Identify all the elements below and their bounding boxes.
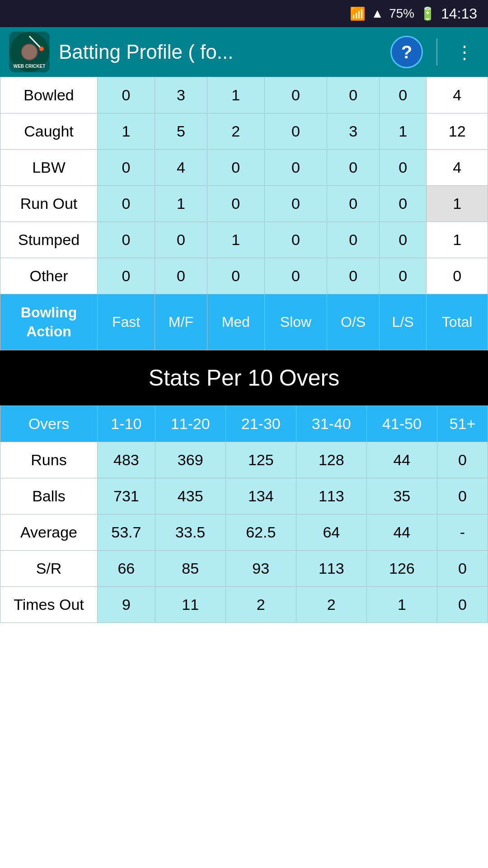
dismissal-total: 12 <box>427 113 488 150</box>
bowling-action-col-header: Med <box>207 294 264 350</box>
dismissal-cell: 0 <box>379 222 426 258</box>
dismissal-cell: 0 <box>98 222 155 258</box>
dismissal-cell: 0 <box>264 186 327 222</box>
stats-cell: 35 <box>366 478 437 514</box>
dismissal-cell: 0 <box>264 150 327 186</box>
dismissal-cell: 0 <box>264 113 327 150</box>
stats-cell: 2 <box>296 587 366 623</box>
stats-overs-header: 11-20 <box>155 406 225 442</box>
dismissal-cell: 1 <box>207 77 264 113</box>
stats-cell: 0 <box>437 551 488 587</box>
dismissal-table: Bowled0310004Caught15203112LBW0400004Run… <box>0 77 488 350</box>
stats-cell: 0 <box>437 478 488 514</box>
dismissal-cell: 3 <box>327 113 380 150</box>
stats-cell: 64 <box>296 514 366 551</box>
dismissal-row-label: LBW <box>0 150 98 186</box>
dismissal-cell: 4 <box>155 150 207 186</box>
bowling-action-col-header: L/S <box>379 294 426 350</box>
dismissal-row-label: Stumped <box>0 222 98 258</box>
dismissal-cell: 0 <box>207 150 264 186</box>
dismissal-cell: 0 <box>327 186 380 222</box>
dismissal-cell: 0 <box>379 77 426 113</box>
stats-cell: 128 <box>296 442 366 478</box>
status-icons: 📶 ▲ 75% 🔋 14:13 <box>350 5 477 22</box>
dismissal-cell: 1 <box>155 186 207 222</box>
app-logo: WEB CRICKET <box>9 32 50 72</box>
bowling-action-label: Bowling Action <box>0 294 98 350</box>
stats-cell: 93 <box>225 551 296 587</box>
stats-cell: 11 <box>155 587 225 623</box>
dismissal-row-label: Caught <box>0 113 98 150</box>
svg-point-3 <box>39 47 44 51</box>
dismissal-cell: 2 <box>207 113 264 150</box>
divider <box>436 38 437 66</box>
stats-overs-header: 1-10 <box>98 406 155 442</box>
svg-point-1 <box>21 44 38 60</box>
dismissal-cell: 0 <box>379 258 426 294</box>
dismissal-cell: 1 <box>207 222 264 258</box>
help-button[interactable]: ? <box>390 36 423 68</box>
clock: 14:13 <box>441 5 477 22</box>
stats-cell: 113 <box>296 551 366 587</box>
app-title: Batting Profile ( fo... <box>59 41 381 63</box>
overflow-menu-button[interactable]: ⋮ <box>451 37 479 67</box>
dismissal-cell: 0 <box>264 222 327 258</box>
wifi-icon: 📶 <box>350 6 366 21</box>
dismissal-cell: 5 <box>155 113 207 150</box>
stats-table: Overs1-1011-2021-3031-4041-5051+Runs4833… <box>0 406 488 623</box>
battery-icon: 🔋 <box>420 6 436 21</box>
stats-overs-header: 51+ <box>437 406 488 442</box>
bowling-action-col-header: M/F <box>155 294 207 350</box>
stats-cell: - <box>437 514 488 551</box>
stats-cell: 435 <box>155 478 225 514</box>
bowling-action-total-header: Total <box>427 294 488 350</box>
stats-cell: 44 <box>366 442 437 478</box>
stats-cell: 53.7 <box>98 514 155 551</box>
signal-icon: ▲ <box>371 6 384 21</box>
stats-cell: 62.5 <box>225 514 296 551</box>
dismissal-row-label: Other <box>0 258 98 294</box>
stats-cell: 134 <box>225 478 296 514</box>
stats-section-header: Stats Per 10 Overs <box>0 350 488 406</box>
dismissal-row-label: Bowled <box>0 77 98 113</box>
stats-row-label: Runs <box>0 442 98 478</box>
dismissal-cell: 0 <box>264 77 327 113</box>
stats-row-label: Average <box>0 514 98 551</box>
dismissal-total: 4 <box>427 77 488 113</box>
stats-cell: 126 <box>366 551 437 587</box>
stats-cell: 731 <box>98 478 155 514</box>
stats-overs-header: 31-40 <box>296 406 366 442</box>
dismissal-cell: 0 <box>155 258 207 294</box>
dismissal-cell: 1 <box>379 113 426 150</box>
dismissal-row-label: Run Out <box>0 186 98 222</box>
dismissal-cell: 0 <box>98 186 155 222</box>
dismissal-cell: 0 <box>207 258 264 294</box>
dismissal-cell: 0 <box>327 77 380 113</box>
battery-level: 75% <box>389 6 414 21</box>
app-bar: WEB CRICKET Batting Profile ( fo... ? ⋮ <box>0 27 488 77</box>
stats-cell: 1 <box>366 587 437 623</box>
stats-overs-header: 21-30 <box>225 406 296 442</box>
bowling-action-col-header: Fast <box>98 294 155 350</box>
stats-cell: 0 <box>437 587 488 623</box>
dismissal-cell: 0 <box>264 258 327 294</box>
dismissal-cell: 0 <box>98 258 155 294</box>
svg-text:WEB CRICKET: WEB CRICKET <box>14 64 46 69</box>
stats-cell: 0 <box>437 442 488 478</box>
stats-cell: 113 <box>296 478 366 514</box>
stats-col-label: Overs <box>0 406 98 442</box>
stats-cell: 44 <box>366 514 437 551</box>
stats-cell: 2 <box>225 587 296 623</box>
dismissal-cell: 0 <box>98 150 155 186</box>
dismissal-cell: 0 <box>327 258 380 294</box>
dismissal-total: 1 <box>427 186 488 222</box>
dismissal-cell: 0 <box>327 222 380 258</box>
dismissal-total: 4 <box>427 150 488 186</box>
bowling-action-col-header: Slow <box>264 294 327 350</box>
dismissal-cell: 0 <box>379 186 426 222</box>
dismissal-total: 0 <box>427 258 488 294</box>
stats-row-label: Balls <box>0 478 98 514</box>
status-bar: 📶 ▲ 75% 🔋 14:13 <box>0 0 488 27</box>
stats-cell: 66 <box>98 551 155 587</box>
dismissal-cell: 1 <box>98 113 155 150</box>
